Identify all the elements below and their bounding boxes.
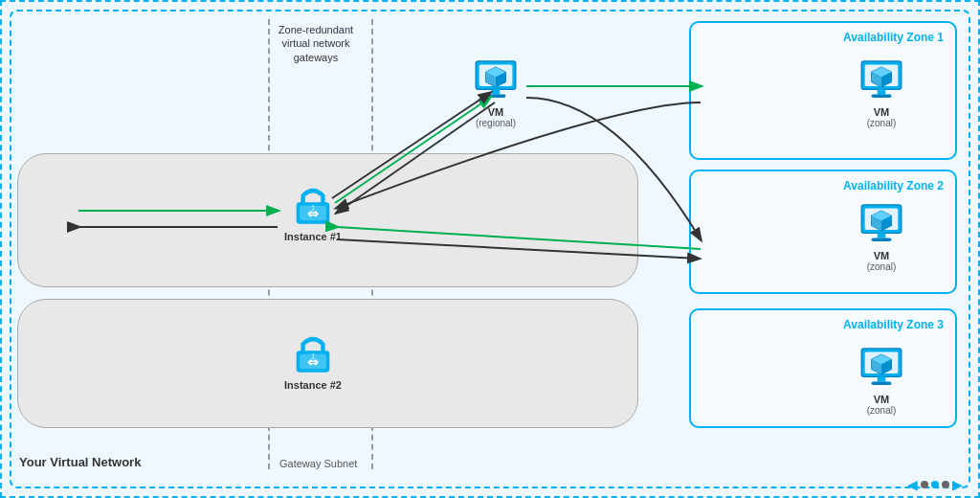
az1-label: Availability Zone 1: [843, 31, 944, 44]
vm-az2-sublabel: (zonal): [867, 261, 897, 272]
svg-rect-15: [486, 95, 506, 98]
diagram-container: Zone-redundantvirtual networkgateways Av…: [0, 0, 980, 498]
nav-left-arrow[interactable]: ◀: [907, 477, 918, 492]
svg-rect-30: [878, 233, 886, 238]
lock-icon-2: ⇔ ↕: [288, 328, 338, 377]
nav-dot-1: [921, 481, 928, 488]
az2-label: Availability Zone 2: [843, 179, 944, 192]
svg-text:↕: ↕: [310, 202, 315, 213]
virtual-network-label: Your Virtual Network: [19, 455, 141, 469]
vm-regional-sublabel: (regional): [476, 118, 516, 128]
vm-az3-icon: VM (zonal): [857, 342, 906, 416]
svg-text:↕: ↕: [310, 351, 315, 361]
vm-az3-sublabel: (zonal): [867, 405, 897, 416]
az3-label: Availability Zone 3: [843, 318, 944, 331]
vm-az2-icon: VM (zonal): [857, 198, 906, 272]
az-box-3: Availability Zone 3: [689, 308, 957, 428]
nav-right-arrow[interactable]: ▶: [952, 477, 963, 492]
nav-dot-3: [942, 481, 949, 488]
az-box-1: Availability Zone 1: [689, 21, 957, 160]
vm-az2-label: VM: [874, 250, 890, 261]
svg-rect-23: [872, 95, 892, 98]
svg-rect-22: [878, 89, 886, 94]
vm-az3-label: VM: [874, 394, 890, 405]
svg-rect-14: [492, 89, 501, 94]
az-box-2: Availability Zone 2: [689, 170, 957, 294]
vm-az1-svg: [857, 55, 906, 104]
instance2-label: Instance #2: [284, 379, 342, 391]
vm-az1-icon: VM (zonal): [857, 55, 906, 128]
svg-rect-39: [872, 382, 892, 385]
nav-dot-2: [931, 481, 939, 488]
vm-az1-label: VM: [874, 106, 890, 118]
lock-icon-1: ⇔ ↕: [288, 179, 338, 229]
svg-rect-38: [878, 376, 886, 381]
gateway-subnet-label: Gateway Subnet: [279, 458, 357, 469]
svg-rect-31: [872, 238, 892, 241]
vm-regional-svg: [471, 55, 521, 104]
vm-regional-icon: VM (regional): [471, 55, 521, 128]
bottom-nav: ◀ ▶: [907, 477, 963, 492]
instance1-label: Instance #1: [284, 231, 342, 242]
vm-az3-svg: [857, 342, 906, 392]
instance1-icon: ⇔ ↕ Instance #1: [284, 179, 342, 242]
vm-az1-sublabel: (zonal): [867, 118, 897, 128]
vm-az2-svg: [857, 198, 906, 248]
instance2-icon: ⇔ ↕ Instance #2: [284, 328, 342, 391]
vm-regional-label: VM: [488, 106, 504, 118]
